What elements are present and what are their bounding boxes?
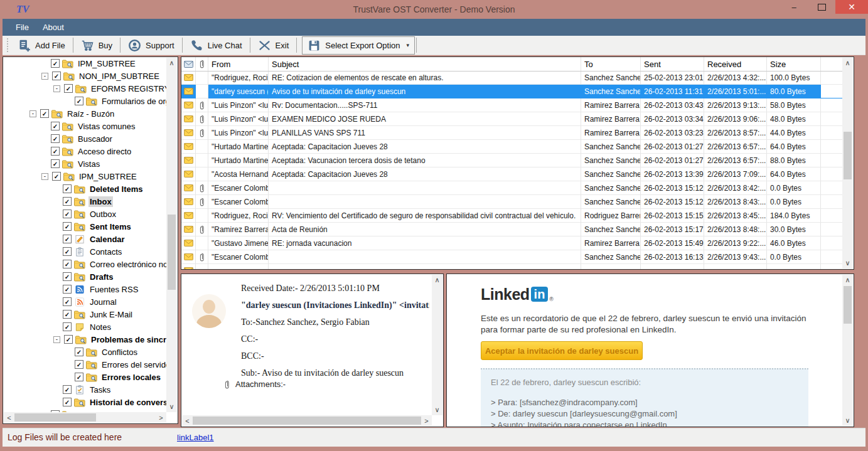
checkbox-checked[interactable]: ✓	[75, 97, 83, 105]
exit-button[interactable]: Exit	[252, 37, 296, 54]
scroll-up-icon[interactable]: ∧	[842, 58, 853, 68]
tree-item-ipm-subtree[interactable]: ✓IPM_SUBTREE	[3, 57, 178, 70]
checkbox-checked[interactable]: ✓	[63, 310, 72, 319]
column-header-sent[interactable]: Sent	[641, 57, 704, 71]
checkbox-checked[interactable]: ✓	[51, 122, 60, 130]
tree-item-buscador[interactable]: ✓Buscador	[3, 132, 178, 145]
checkbox-checked[interactable]: ✓	[64, 335, 73, 344]
mail-row[interactable]: "Hurtado Martine...Aceptada: Capacitacio…	[181, 140, 842, 154]
tree-vertical-scrollbar[interactable]: ∧ ∨	[166, 58, 177, 412]
tree-item-tasks[interactable]: ✓Tasks	[3, 383, 178, 396]
tree-item-acceso-directo[interactable]: ✓Acceso directo	[3, 145, 178, 157]
tree-item-contacts[interactable]: ✓Contacts	[3, 245, 178, 258]
checkbox-checked[interactable]: ✓	[51, 134, 60, 143]
column-header-to[interactable]: To	[581, 57, 641, 71]
mail-row[interactable]: "Acosta Hernand...Aceptada: Capacitacion…	[181, 167, 842, 181]
checkbox-checked[interactable]: ✓	[63, 197, 72, 206]
tree-item-notes[interactable]: ✓Notes	[3, 321, 178, 333]
mail-row[interactable]: "Luis Pinzon" <lui...Rv: Documentacion..…	[181, 98, 842, 112]
select-export-option-button[interactable]: Select Export Option▾	[302, 36, 415, 55]
tree-item-historial-de-convers[interactable]: ✓Historial de convers	[3, 396, 178, 408]
scroll-down-icon[interactable]: ∨	[166, 401, 177, 412]
support-button[interactable]: Support	[122, 37, 181, 54]
column-header-from[interactable]: From	[208, 57, 269, 71]
scroll-down-icon[interactable]: ∨	[432, 405, 442, 415]
tree-item-non-ipm-subtree[interactable]: -✓NON_IPM_SUBTREE	[3, 70, 178, 82]
scroll-up-icon[interactable]: ∧	[166, 58, 177, 68]
tree-item-vistas[interactable]: ✓Vistas	[3, 157, 178, 170]
menu-about[interactable]: About	[36, 20, 71, 34]
mail-row[interactable]: "Rodriguez, Roci...RE: Cotizacion de ele…	[181, 71, 842, 85]
column-header-filler[interactable]	[821, 57, 842, 71]
scroll-up-icon[interactable]: ∧	[432, 275, 442, 285]
tree-item-inbox[interactable]: ✓Inbox	[3, 195, 178, 208]
add-file-button[interactable]: Add File	[11, 37, 72, 54]
checkbox-checked[interactable]: ✓	[52, 72, 61, 80]
checkbox-checked[interactable]: ✓	[63, 297, 72, 306]
checkbox-checked[interactable]: ✓	[64, 84, 73, 93]
scroll-left-icon[interactable]: <	[4, 412, 14, 423]
tree-item-errores-locales[interactable]: ✓Errores locales	[3, 371, 178, 383]
checkbox-checked[interactable]: ✓	[63, 398, 72, 406]
checkbox-checked[interactable]: ✓	[63, 322, 72, 331]
mail-row[interactable]: "Ramirez Barrera,...Acta de ReuniónSanch…	[181, 223, 842, 236]
checkbox-checked[interactable]: ✓	[63, 235, 72, 243]
column-header-size[interactable]: Size	[767, 57, 821, 71]
body-vertical-scrollbar[interactable]: ∧ ∨	[842, 275, 853, 426]
tree-item-conflictos[interactable]: ✓Conflictos	[3, 346, 178, 358]
scrollbar-thumb[interactable]	[844, 286, 852, 324]
tree-item-junk-e-mail[interactable]: ✓Junk E-Mail	[3, 308, 178, 321]
scroll-right-icon[interactable]: >	[156, 412, 166, 423]
mail-row[interactable]: "Luis Pinzon" <lui...PLANILLAS VANS SPS …	[181, 126, 842, 140]
tree-item-fuentes-rss[interactable]: ✓Fuentes RSS	[3, 283, 178, 295]
checkbox-checked[interactable]: ✓	[63, 285, 72, 294]
scrollbar-thumb[interactable]	[14, 413, 96, 422]
close-button[interactable]: ✕	[835, 0, 868, 14]
tree-item-ra-z-buz-n[interactable]: -✓Raíz - Buzón	[3, 107, 178, 120]
tree-item-errores-del-servidor[interactable]: ✓Errores del servidor	[3, 358, 178, 371]
checkbox-checked[interactable]: ✓	[63, 385, 72, 394]
minimize-button[interactable]: –	[780, 0, 808, 14]
tree-item-calendar[interactable]: ✓Calendar	[3, 233, 178, 245]
scroll-up-icon[interactable]: ∧	[842, 275, 853, 285]
tree-item-formularios-de-orga[interactable]: ✓Formularios de orga	[3, 95, 178, 107]
tree-item-vistas-comunes[interactable]: ✓Vistas comunes	[3, 120, 178, 132]
checkbox-checked[interactable]: ✓	[75, 360, 83, 369]
collapse-minus-icon[interactable]: -	[41, 73, 48, 80]
checkbox-checked[interactable]: ✓	[51, 147, 60, 156]
preview-horizontal-scrollbar[interactable]: < >	[182, 415, 432, 426]
tree-item-deleted-items[interactable]: ✓Deleted Items	[3, 183, 178, 195]
tree-item-problemas-de-sincr[interactable]: -✓Problemas de sincr	[3, 333, 178, 346]
maximize-button[interactable]	[808, 0, 835, 14]
mail-row[interactable]: "Escaner Colomb...Sanchez Sanche...26-02…	[181, 250, 842, 264]
mail-row[interactable]: "Gustavo Jimene...RE: jornada vacunacion…	[181, 236, 842, 250]
column-header-envelope[interactable]	[181, 57, 196, 71]
tree-item-correo-electr-nico-no[interactable]: ✓Correo electrónico no	[3, 258, 178, 270]
checkbox-checked[interactable]: ✓	[52, 172, 61, 181]
checkbox-checked[interactable]: ✓	[63, 210, 72, 218]
mail-row[interactable]: "Hurtado Martine...Aceptada: Vacunacion …	[181, 154, 842, 167]
tree-horizontal-scrollbar[interactable]: < >	[4, 412, 166, 423]
checkbox-checked[interactable]: ✓	[63, 247, 72, 256]
tree-item-drafts[interactable]: ✓Drafts	[3, 270, 178, 283]
checkbox-checked[interactable]: ✓	[75, 348, 83, 356]
checkbox-checked[interactable]: ✓	[75, 373, 83, 381]
tree-item-journal[interactable]: ✓Journal	[3, 295, 178, 308]
accept-invitation-button[interactable]: Aceptar la invitación de darley suescun	[481, 341, 643, 360]
checkbox-checked[interactable]: ✓	[63, 184, 72, 193]
scroll-right-icon[interactable]: >	[421, 415, 432, 426]
collapse-minus-icon[interactable]: -	[29, 110, 36, 117]
collapse-minus-icon[interactable]: -	[53, 336, 60, 343]
status-link[interactable]: linkLabel1	[177, 433, 214, 442]
collapse-minus-icon[interactable]: -	[41, 173, 48, 180]
scroll-down-icon[interactable]: ∨	[842, 415, 853, 426]
column-header-received[interactable]: Received	[704, 57, 767, 71]
scrollbar-thumb[interactable]	[168, 215, 176, 290]
checkbox-checked[interactable]: ✓	[51, 59, 60, 68]
mail-vertical-scrollbar[interactable]: ∧ ∨	[842, 58, 853, 268]
scrollbar-thumb[interactable]	[844, 132, 852, 179]
mail-row[interactable]: "Rodriguez, Roci...RV: Vencimiento del C…	[181, 209, 842, 223]
checkbox-checked[interactable]: ✓	[63, 222, 72, 231]
checkbox-checked[interactable]: ✓	[63, 272, 72, 281]
tree-item-sent-items[interactable]: ✓Sent Items	[3, 220, 178, 233]
